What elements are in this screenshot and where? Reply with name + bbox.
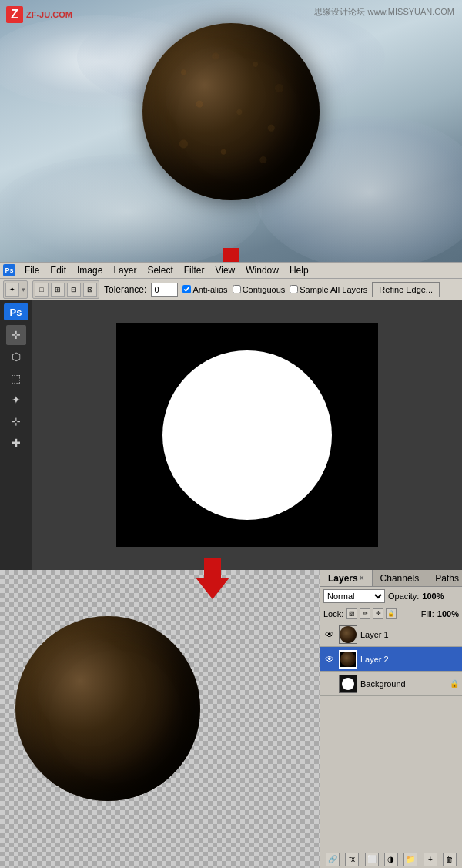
- opacity-value: 100%: [422, 592, 444, 601]
- tab-paths[interactable]: Paths: [427, 570, 462, 586]
- layer-adjustment-btn[interactable]: ◑: [384, 853, 398, 866]
- layer-1-thumb: [339, 625, 357, 644]
- layer-1-name: Layer 1: [360, 630, 459, 639]
- tab-channels[interactable]: Channels: [373, 570, 428, 586]
- lock-icons-group: ▧ ✏ ✛ 🔒: [346, 608, 397, 619]
- tolerance-input[interactable]: [151, 283, 178, 297]
- new-selection-btn[interactable]: □: [35, 283, 49, 297]
- layer-item-bg[interactable]: Background 🔒: [320, 672, 462, 696]
- lock-pixels-btn[interactable]: ✏: [360, 608, 370, 619]
- lock-label: Lock:: [323, 609, 343, 618]
- ps-logo: Ps: [4, 303, 28, 320]
- blend-opacity-row: Normal Opacity: 100%: [320, 587, 462, 605]
- canvas: ✱: [116, 323, 378, 547]
- menu-help[interactable]: Help: [285, 263, 313, 277]
- options-toolbar: ✦ ▾ □ ⊞ ⊟ ⊠ Tolerance: Anti-alias Contig…: [0, 279, 462, 300]
- menu-image[interactable]: Image: [72, 263, 107, 277]
- arrow-2: [196, 558, 229, 599]
- menu-bar: Ps File Edit Image Layer Select Filter V…: [0, 262, 462, 279]
- layer-1-thumb-content: [340, 626, 357, 643]
- layer-2-name: Layer 2: [360, 655, 459, 664]
- layer-style-btn[interactable]: fx: [345, 853, 359, 866]
- fill-value: 100%: [437, 609, 459, 618]
- lock-transparency-btn[interactable]: ▧: [346, 608, 357, 619]
- menu-select[interactable]: Select: [142, 263, 177, 277]
- lock-position-btn[interactable]: ✛: [373, 608, 383, 619]
- menu-filter[interactable]: Filter: [179, 263, 209, 277]
- bottom-section: Layers × Channels Paths ≡ Normal Opacity…: [0, 570, 462, 868]
- planet-image: [142, 23, 320, 200]
- layer-1-visibility[interactable]: 👁: [323, 628, 336, 641]
- layer-delete-btn[interactable]: 🗑: [443, 853, 457, 866]
- top-image-section: Z ZF-JU.COM 思缘设计论坛 www.MISSYUAN.COM: [0, 0, 462, 262]
- photoshop-icon: Ps: [3, 264, 15, 276]
- cursor-icon: ✱: [292, 465, 301, 478]
- menu-file[interactable]: File: [20, 263, 44, 277]
- layers-panel: Layers × Channels Paths ≡ Normal Opacity…: [320, 570, 462, 868]
- lock-row: Lock: ▧ ✏ ✛ 🔒 Fill: 100%: [320, 605, 462, 622]
- layer-bg-name: Background: [360, 679, 447, 689]
- refine-edge-button[interactable]: Refine Edge...: [372, 282, 440, 297]
- fill-label: Fill:: [421, 609, 434, 618]
- logo-z-icon: Z: [6, 6, 23, 23]
- ps-workspace: Ps ✛ ⬡ ⬚ ✦ ⊹ ✚ ✱: [0, 300, 462, 570]
- marquee-tool[interactable]: ⬚: [6, 368, 26, 388]
- blend-mode-select[interactable]: Normal: [323, 589, 385, 603]
- layer-bg-thumb-content: [340, 675, 357, 692]
- layer-2-visibility[interactable]: 👁: [323, 653, 336, 665]
- layer-group-btn[interactable]: 📁: [403, 853, 417, 866]
- watermark: 思缘设计论坛 www.MISSYUAN.COM: [314, 6, 454, 18]
- layers-tabs-bar: Layers × Channels Paths ≡: [320, 570, 462, 587]
- intersect-selection-btn[interactable]: ⊠: [83, 283, 97, 297]
- layer-link-btn[interactable]: 🔗: [326, 853, 340, 866]
- menu-window[interactable]: Window: [241, 263, 283, 277]
- thumb-bg-circle: [342, 678, 354, 690]
- menu-layer[interactable]: Layer: [109, 263, 141, 277]
- opacity-label: Opacity:: [388, 592, 419, 601]
- contiguous-check[interactable]: Contiguous: [233, 285, 286, 294]
- canvas-area: ✱: [32, 300, 462, 570]
- layers-bottom-bar: 🔗 fx ⬜ ◑ 📁 + 🗑: [320, 850, 462, 868]
- layer-2-thumb-content: [340, 652, 356, 667]
- layer-2-thumb: [339, 650, 357, 669]
- selection-options-group: □ ⊞ ⊟ ⊠: [32, 280, 99, 299]
- layer-item-2[interactable]: 👁 Layer 2: [320, 647, 462, 672]
- add-selection-btn[interactable]: ⊞: [51, 283, 65, 297]
- layer-mask-btn[interactable]: ⬜: [365, 853, 379, 866]
- tool-select-group: ✦ ▾: [3, 280, 28, 299]
- tab-layers-close[interactable]: ×: [360, 574, 364, 582]
- healing-tool[interactable]: ✚: [6, 433, 26, 453]
- menu-edit[interactable]: Edit: [45, 263, 71, 277]
- crop-tool[interactable]: ⊹: [6, 411, 26, 431]
- tolerance-label: Tolerance:: [104, 284, 146, 295]
- site-logo: Z ZF-JU.COM: [6, 6, 72, 23]
- layer-item-1[interactable]: 👁 Layer 1: [320, 622, 462, 647]
- arrow-1: [214, 248, 248, 262]
- subtract-selection-btn[interactable]: ⊟: [67, 283, 81, 297]
- layer-new-btn[interactable]: +: [424, 853, 437, 866]
- lasso-tool[interactable]: ⬡: [6, 347, 26, 367]
- layer-bg-lock-icon: 🔒: [450, 679, 459, 688]
- planet-result-image: [15, 616, 200, 801]
- logo-text: ZF-JU.COM: [26, 10, 72, 19]
- tab-layers[interactable]: Layers ×: [320, 570, 373, 586]
- magic-wand-tool[interactable]: ✦: [5, 283, 19, 297]
- move-tool[interactable]: ✛: [6, 325, 26, 345]
- sample-all-check[interactable]: Sample All Layers: [290, 285, 367, 294]
- lock-all-btn[interactable]: 🔒: [386, 608, 397, 619]
- result-canvas: [0, 570, 320, 868]
- menu-view[interactable]: View: [210, 263, 239, 277]
- tool-panel: Ps ✛ ⬡ ⬚ ✦ ⊹ ✚: [0, 300, 32, 570]
- magic-wand-tool-panel[interactable]: ✦: [6, 390, 26, 410]
- layer-bg-visibility[interactable]: [323, 678, 336, 690]
- anti-alias-check[interactable]: Anti-alias: [182, 285, 227, 294]
- white-circle-mask: [162, 350, 332, 520]
- layer-bg-thumb: [339, 675, 357, 693]
